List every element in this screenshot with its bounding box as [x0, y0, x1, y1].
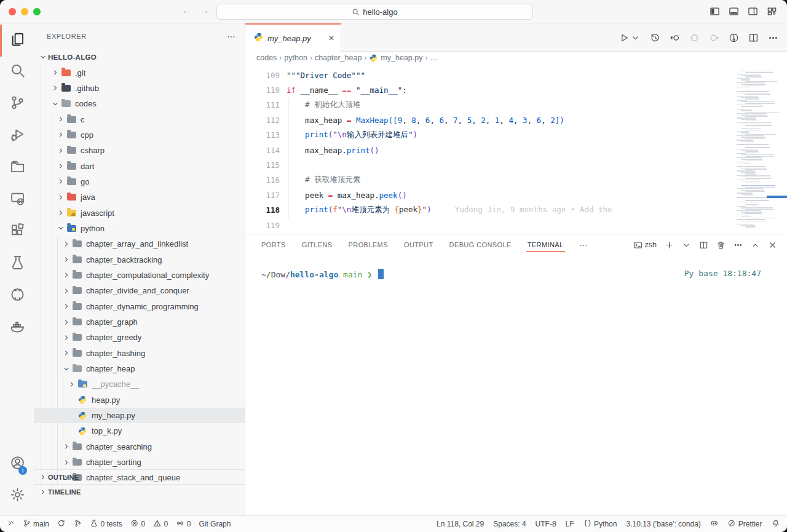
status-3-10-13-base-conda[interactable]: 3.10.13 ('base': conda) — [626, 520, 700, 528]
panel-more-icon[interactable]: ⋯ — [580, 240, 588, 250]
explorer-more-actions-icon[interactable]: ⋯ — [227, 31, 236, 41]
tree-item--git[interactable]: .git — [34, 65, 245, 80]
activity-search[interactable] — [0, 55, 34, 87]
tree-item-chapter-divide-and-conquer[interactable]: chapter_divide_and_conquer — [34, 283, 245, 298]
tree-item-python[interactable]: python — [34, 221, 245, 236]
tree-item-chapter-heap[interactable]: chapter_heap — [34, 361, 245, 376]
status-0-tests[interactable]: 0 tests — [90, 519, 122, 530]
status-utf-8[interactable]: UTF-8 — [536, 520, 556, 528]
status-bell-icon[interactable] — [772, 519, 780, 530]
tree-item-chapter-sorting[interactable]: chapter_sorting — [34, 455, 245, 470]
tree-item--pycache-[interactable]: __pycache__ — [34, 376, 245, 392]
status-copilot-icon[interactable] — [710, 519, 719, 530]
terminal-icon[interactable]: zsh — [633, 240, 657, 250]
layout-sidebar-right-icon[interactable] — [748, 6, 758, 17]
activity-remote-explorer[interactable] — [0, 183, 34, 215]
activity-source-control[interactable] — [0, 87, 34, 119]
activity-explorer[interactable] — [0, 23, 34, 55]
tree-item-chapter-searching[interactable]: chapter_searching — [34, 439, 245, 455]
more-icon[interactable] — [734, 240, 743, 250]
tree-item-chapter-graph[interactable]: chapter_graph — [34, 314, 245, 330]
tree-item-javascript[interactable]: javascript — [34, 205, 245, 220]
status-python[interactable]: Python — [583, 519, 617, 530]
compare-changes-icon[interactable] — [670, 33, 680, 43]
status-prettier[interactable]: Prettier — [727, 519, 762, 530]
status-0[interactable]: 0 — [130, 519, 145, 530]
zoom-window-button[interactable] — [33, 8, 41, 15]
activity-github[interactable] — [0, 279, 34, 311]
trash-icon[interactable] — [716, 240, 726, 250]
status-spaces-4[interactable]: Spaces: 4 — [493, 520, 526, 528]
terminal[interactable]: ~/Dow/hello-algo main ❯ Py base 18:18:47 — [245, 255, 787, 279]
split-panel-icon[interactable] — [699, 240, 708, 250]
status-remote-icon[interactable] — [6, 519, 15, 530]
status-ln-118-col-29[interactable]: Ln 118, Col 29 — [437, 520, 484, 528]
activity-run-debug[interactable] — [0, 119, 34, 151]
breadcrumb-item[interactable]: … — [430, 54, 438, 62]
status-gitgraph-icon[interactable] — [74, 519, 82, 530]
prev-change-icon[interactable] — [689, 33, 700, 43]
tree-item-chapter-backtracking[interactable]: chapter_backtracking — [34, 252, 245, 267]
tree-item-top-k-py[interactable]: top_k.py — [34, 423, 245, 439]
breadcrumb-item[interactable]: chapter_heap — [315, 54, 362, 62]
tree-item-hello-algo[interactable]: HELLO-ALGO — [34, 49, 245, 65]
tree-item-chapter-hashing[interactable]: chapter_hashing — [34, 346, 245, 361]
chevron-up-icon[interactable] — [751, 240, 760, 250]
chevron-down-icon[interactable] — [682, 240, 691, 250]
activity-testing[interactable] — [0, 247, 34, 279]
close-window-button[interactable] — [9, 8, 16, 15]
status-git-graph[interactable]: Git Graph — [199, 520, 231, 528]
tree-item-heap-py[interactable]: heap.py — [34, 392, 245, 408]
tree-item-csharp[interactable]: csharp — [34, 143, 245, 158]
nav-back-icon[interactable]: ← — [182, 5, 191, 15]
panel-tab-gitlens[interactable]: GITLENS — [302, 236, 333, 254]
tree-item-java[interactable]: java — [34, 189, 245, 205]
status-0[interactable]: 0 — [153, 519, 168, 530]
code-editor[interactable]: 109"""Driver Code"""110if __name__ == "_… — [245, 64, 787, 234]
section-outline[interactable]: OUTLINE — [34, 469, 245, 484]
breadcrumb-item[interactable]: python — [284, 54, 307, 62]
tree-item-my-heap-py[interactable]: my_heap.py — [34, 408, 245, 423]
layout-panel-icon[interactable] — [729, 6, 739, 17]
run-button-group[interactable] — [619, 33, 641, 43]
breadcrumb-item[interactable]: codes — [256, 54, 277, 62]
panel-tab-output[interactable]: OUTPUT — [404, 236, 433, 254]
minimap[interactable] — [733, 64, 787, 234]
status-sync-icon[interactable] — [57, 519, 66, 530]
panel-tab-debug-console[interactable]: DEBUG CONSOLE — [449, 236, 512, 254]
layout-sidebar-left-icon[interactable] — [710, 6, 720, 17]
breadcrumb-item[interactable]: my_heap.py — [381, 54, 422, 62]
blame-icon[interactable] — [729, 33, 739, 43]
tree-item-chapter-computational-complexity[interactable]: chapter_computational_complexity — [34, 268, 245, 283]
split-editor-icon[interactable] — [748, 33, 759, 43]
nav-forward-icon[interactable]: → — [200, 5, 209, 15]
status-main[interactable]: main — [23, 519, 50, 530]
tree-item--github[interactable]: .github — [34, 81, 245, 96]
history-icon[interactable] — [650, 33, 660, 43]
tree-item-chapter-dynamic-programming[interactable]: chapter_dynamic_programming — [34, 299, 245, 314]
activity-extensions[interactable] — [0, 215, 34, 247]
tab-close-icon[interactable]: ✕ — [328, 34, 334, 42]
layout-grid-icon[interactable] — [767, 6, 777, 17]
tree-item-codes[interactable]: codes — [34, 96, 245, 111]
tree-item-chapter-array-and-linkedlist[interactable]: chapter_array_and_linkedlist — [34, 236, 245, 252]
add-icon[interactable] — [665, 240, 674, 250]
minimize-window-button[interactable] — [21, 8, 28, 15]
next-change-icon[interactable] — [709, 33, 719, 43]
status-lf[interactable]: LF — [566, 520, 574, 528]
status-0[interactable]: 0 — [176, 519, 191, 530]
tree-item-dart[interactable]: dart — [34, 158, 245, 173]
tree-item-go[interactable]: go — [34, 174, 245, 189]
activity-settings[interactable] — [0, 480, 34, 512]
tree-item-chapter-greedy[interactable]: chapter_greedy — [34, 330, 245, 345]
tab-my-heap-py[interactable]: my_heap.py ✕ — [245, 23, 341, 52]
command-center-search[interactable]: hello-algo — [216, 4, 533, 20]
panel-tab-terminal[interactable]: TERMINAL — [528, 236, 564, 254]
activity-docker[interactable] — [0, 311, 34, 343]
panel-tab-ports[interactable]: PORTS — [261, 236, 286, 254]
activity-folders[interactable] — [0, 151, 34, 183]
tree-item-c[interactable]: c — [34, 111, 245, 127]
tree-item-cpp[interactable]: cpp — [34, 127, 245, 143]
activity-accounts[interactable]: 1 — [0, 448, 34, 480]
section-timeline[interactable]: TIMELINE — [34, 484, 245, 499]
